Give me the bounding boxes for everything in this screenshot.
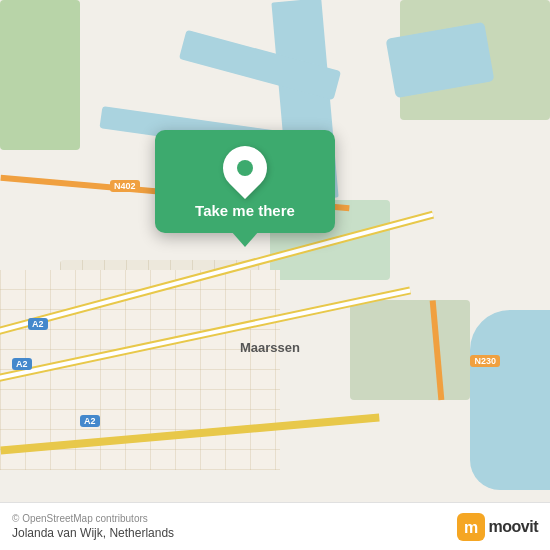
moovit-text: moovit — [489, 518, 538, 536]
map-container: N402 N402 A2 A2 A2 N230 Maarssen Take me… — [0, 0, 550, 550]
bottom-bar: © OpenStreetMap contributors Jolanda van… — [0, 502, 550, 550]
location-pin-icon — [214, 137, 276, 199]
pin-dot — [237, 160, 253, 176]
popup-button-label: Take me there — [195, 202, 295, 219]
a2-label-2: A2 — [12, 358, 32, 370]
green-area — [0, 0, 80, 150]
green-area — [350, 300, 470, 400]
a2-label-3: A2 — [80, 415, 100, 427]
moovit-icon: m — [457, 513, 485, 541]
water-river — [470, 310, 550, 490]
moovit-logo: m moovit — [457, 513, 538, 541]
location-name: Jolanda van Wijk, Netherlands — [12, 526, 174, 540]
take-me-there-popup[interactable]: Take me there — [155, 130, 335, 233]
map-attribution: © OpenStreetMap contributors — [12, 513, 174, 524]
n402-label-1: N402 — [110, 180, 140, 192]
city-name-label: Maarssen — [240, 340, 300, 355]
a2-label-1: A2 — [28, 318, 48, 330]
n230-label: N230 — [470, 355, 500, 367]
svg-text:m: m — [463, 519, 477, 536]
